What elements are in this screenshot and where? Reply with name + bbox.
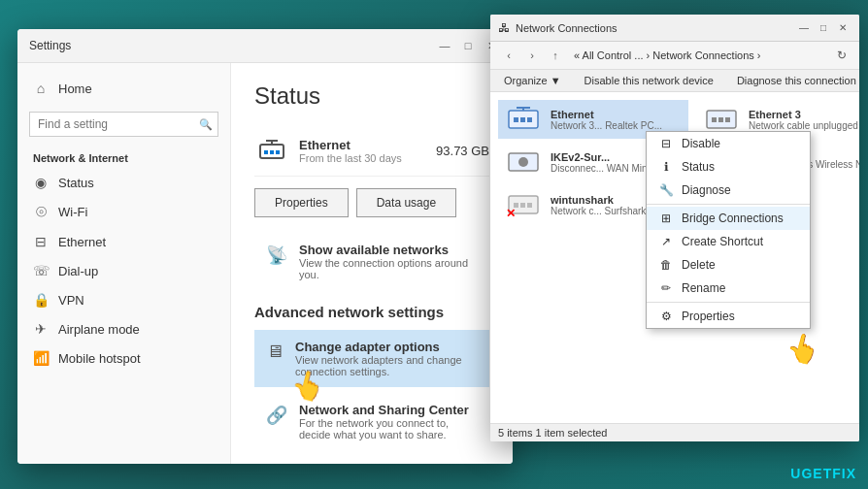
page-title: Status	[254, 82, 489, 110]
hotspot-icon: 📶	[33, 350, 49, 366]
ctx-bridge[interactable]: ⊞ Bridge Connections	[647, 207, 810, 230]
disable-device-button[interactable]: Disable this network device	[579, 73, 719, 88]
properties-ctx-icon: ⚙	[658, 310, 674, 323]
sidebar-item-dialup[interactable]: ☏ Dial-up	[17, 256, 230, 285]
show-networks-option[interactable]: 📡 Show available networks View the conne…	[254, 233, 489, 290]
ethernet-text: Ethernet From the last 30 days	[299, 138, 402, 164]
change-adapter-option[interactable]: 🖥 Change adapter options View network ad…	[254, 330, 489, 387]
diagnose-ctx-icon: 🔧	[658, 183, 674, 197]
sharing-center-title: Network and Sharing Center	[299, 403, 478, 417]
troubleshooter-option[interactable]: ⚠ Network troubleshooter	[254, 456, 489, 464]
refresh-button[interactable]: ↻	[832, 46, 851, 65]
show-networks-desc: View the connection options around you.	[299, 257, 478, 280]
sidebar-item-status[interactable]: ◉ Status	[17, 168, 230, 197]
search-box: 🔍	[29, 112, 218, 137]
svg-rect-17	[527, 203, 532, 208]
svg-rect-8	[520, 117, 525, 122]
sidebar-vpn-label: VPN	[58, 293, 84, 308]
sharing-center-desc: For the network you connect to, decide w…	[299, 417, 478, 440]
up-button[interactable]: ↑	[545, 46, 566, 65]
ctx-disable[interactable]: ⊟ Disable	[647, 132, 810, 155]
svg-rect-7	[514, 117, 518, 122]
sharing-center-option[interactable]: 🔗 Network and Sharing Center For the net…	[254, 393, 489, 450]
search-icon: 🔍	[199, 118, 213, 131]
change-adapter-text: Change adapter options View network adap…	[295, 340, 478, 377]
status-icon: ◉	[33, 175, 49, 190]
ethernet3-adapter-name: Ethernet 3	[749, 109, 859, 120]
diagnose-connection-button[interactable]: Diagnose this connection	[731, 73, 859, 88]
maximize-button[interactable]: □	[458, 37, 478, 54]
minimize-button[interactable]: —	[435, 37, 454, 54]
svg-rect-2	[270, 150, 274, 154]
delete-ctx-icon: 🗑	[658, 258, 674, 272]
ctx-properties[interactable]: ⚙ Properties	[647, 305, 810, 328]
sidebar-item-vpn[interactable]: 🔒 VPN	[17, 285, 230, 314]
sidebar-hotspot-label: Mobile hotspot	[58, 351, 141, 366]
settings-title: Settings	[29, 39, 71, 52]
ctx-status-label: Status	[682, 160, 715, 174]
rename-ctx-icon: ✏	[658, 281, 674, 295]
ctx-status[interactable]: ℹ Status	[647, 155, 810, 179]
settings-content: Status Ethernet	[231, 63, 513, 464]
settings-window: Settings — □ ✕ ⌂ Home 🔍 Network & Intern…	[17, 29, 513, 464]
netconn-minimize[interactable]: —	[795, 20, 813, 36]
ctx-divider-2	[647, 302, 810, 303]
sidebar-section-title: Network & Internet	[17, 145, 230, 168]
adapter-icon: 🖥	[266, 342, 284, 362]
ethernet-data-size: 93.73 GB	[436, 144, 489, 158]
sidebar-item-home[interactable]: ⌂ Home	[17, 73, 230, 104]
change-adapter-title: Change adapter options	[295, 340, 478, 354]
ctx-delete[interactable]: 🗑 Delete	[647, 253, 810, 277]
svg-rect-9	[527, 117, 532, 122]
svg-rect-22	[725, 117, 730, 122]
ctx-delete-label: Delete	[682, 258, 716, 272]
ethernet-info: Ethernet From the last 30 days	[254, 133, 402, 168]
svg-rect-16	[520, 203, 525, 208]
data-usage-button[interactable]: Data usage	[356, 188, 456, 217]
forward-button[interactable]: ›	[521, 46, 543, 65]
sharing-center-text: Network and Sharing Center For the netwo…	[299, 403, 478, 440]
sidebar-item-ethernet[interactable]: ⊟ Ethernet	[17, 227, 230, 256]
watermark-accent: ET	[813, 466, 832, 481]
sidebar-dialup-label: Dial-up	[58, 264, 98, 278]
sidebar-ethernet-label: Ethernet	[58, 235, 106, 249]
advanced-heading: Advanced network settings	[254, 304, 489, 320]
ctx-shortcut[interactable]: ↗ Create Shortcut	[647, 230, 810, 253]
nc-main-area: Ethernet Network 3... Realtek PC... IKEv…	[490, 92, 859, 423]
ethernet3-adapter-text: Ethernet 3 Network cable unplugged Surfs…	[749, 109, 859, 131]
sidebar-item-wifi[interactable]: ⦾ Wi-Fi	[17, 197, 230, 227]
vpn-icon: 🔒	[33, 292, 49, 308]
sidebar-status-label: Status	[58, 176, 94, 190]
ethernet-adapter-icon	[504, 104, 543, 135]
ctx-diagnose-label: Diagnose	[682, 183, 731, 197]
show-networks-text: Show available networks View the connect…	[299, 243, 478, 280]
ctx-rename[interactable]: ✏ Rename	[647, 277, 810, 300]
settings-titlebar: Settings — □ ✕	[17, 29, 513, 63]
ethernet-adapter-desc: Network 3... Realtek PC...	[551, 120, 683, 131]
context-menu: ⊟ Disable ℹ Status 🔧 Diagnose ⊞ Bridge C…	[646, 131, 811, 329]
breadcrumb-sep: ›	[757, 49, 761, 61]
netconn-close[interactable]: ✕	[834, 20, 851, 36]
ctx-properties-label: Properties	[682, 310, 735, 323]
dialup-icon: ☏	[33, 263, 49, 278]
organize-button[interactable]: Organize ▼	[498, 73, 567, 88]
sidebar-item-airplane[interactable]: ✈ Airplane mode	[17, 314, 230, 343]
netconn-controls: — □ ✕	[795, 20, 851, 36]
ethernet3-adapter-desc: Network cable unplugged Surfshark Window…	[749, 120, 859, 131]
netconn-title: 🖧 Network Connections	[498, 21, 618, 35]
search-input[interactable]	[29, 112, 218, 137]
ethernet-name: Ethernet	[299, 138, 402, 152]
ctx-disable-label: Disable	[682, 137, 720, 150]
sidebar-airplane-label: Airplane mode	[58, 322, 140, 337]
properties-button[interactable]: Properties	[254, 188, 349, 217]
ctx-bridge-label: Bridge Connections	[682, 212, 784, 225]
show-networks-title: Show available networks	[299, 243, 478, 257]
ctx-diagnose[interactable]: 🔧 Diagnose	[647, 179, 810, 202]
home-label: Home	[58, 82, 92, 96]
netconn-maximize[interactable]: □	[815, 20, 832, 36]
ethernet-status-icon	[254, 133, 289, 168]
sidebar-item-hotspot[interactable]: 📶 Mobile hotspot	[17, 343, 230, 373]
change-adapter-desc: View network adapters and change connect…	[295, 354, 478, 377]
settings-sidebar: ⌂ Home 🔍 Network & Internet ◉ Status ⦾ W…	[17, 63, 231, 464]
back-button[interactable]: ‹	[498, 46, 519, 65]
